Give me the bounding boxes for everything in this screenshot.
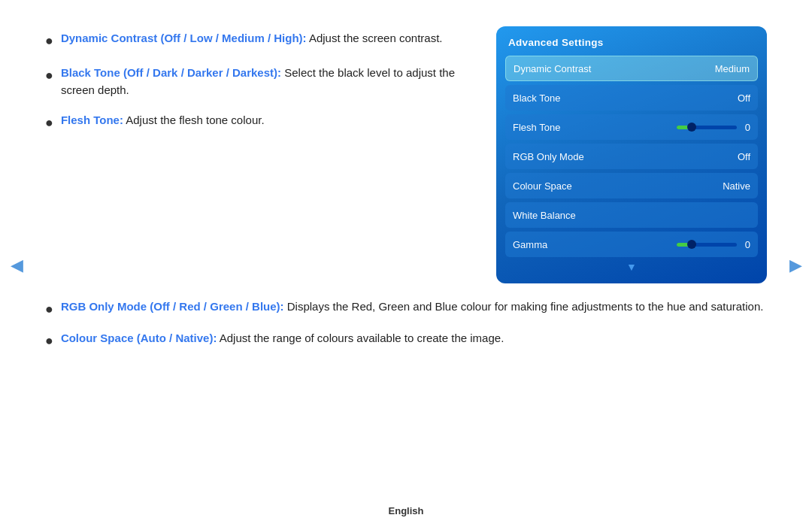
bullet-text: Dynamic Contrast (Off / Low / Medium / H… bbox=[61, 30, 481, 47]
highlight-text: Colour Space (Auto / Native): bbox=[61, 332, 217, 344]
list-item: ● RGB Only Mode (Off / Red / Green / Blu… bbox=[45, 298, 767, 320]
panel-row-label: Dynamic Contrast bbox=[514, 63, 591, 74]
panel-row-value: Medium bbox=[715, 63, 750, 74]
nav-arrow-right[interactable]: ▶ bbox=[785, 255, 806, 276]
body-text: Adjust the range of colours available to… bbox=[217, 332, 504, 344]
panel-row-gamma[interactable]: Gamma 0 bbox=[505, 232, 758, 257]
highlight-text: Dynamic Contrast (Off / Low / Medium / H… bbox=[61, 32, 307, 44]
panel-row-value: Off bbox=[738, 151, 750, 162]
panel-row-label: Gamma bbox=[513, 239, 547, 250]
body-text: Adjust the screen contrast. bbox=[307, 32, 443, 44]
slider-track bbox=[677, 126, 737, 129]
list-item: ● Colour Space (Auto / Native): Adjust t… bbox=[45, 330, 767, 351]
panel-row-white-balance[interactable]: White Balance bbox=[505, 202, 758, 228]
panel-row-flesh-tone[interactable]: Flesh Tone 0 bbox=[505, 114, 758, 140]
panel-row-value: Native bbox=[723, 180, 750, 192]
slider-thumb[interactable] bbox=[687, 123, 696, 132]
bullet-text: Flesh Tone: Adjust the flesh tone colour… bbox=[61, 112, 481, 129]
panel-row-black-tone[interactable]: Black Tone Off bbox=[505, 85, 758, 111]
bullet-text: RGB Only Mode (Off / Red / Green / Blue)… bbox=[61, 298, 767, 316]
highlight-text: RGB Only Mode (Off / Red / Green / Blue)… bbox=[61, 300, 284, 313]
bullet-text: Colour Space (Auto / Native): Adjust the… bbox=[61, 330, 767, 347]
panel-row-slider: 0 bbox=[677, 239, 750, 250]
bullet-dot: ● bbox=[45, 65, 53, 86]
panel-row-rgb-only-mode[interactable]: RGB Only Mode Off bbox=[505, 144, 758, 169]
footer-language: English bbox=[0, 505, 812, 516]
panel-row-label: White Balance bbox=[513, 210, 576, 221]
body-text: Adjust the flesh tone colour. bbox=[123, 114, 265, 126]
bullet-dot: ● bbox=[45, 113, 53, 133]
panel-row-label: Black Tone bbox=[513, 92, 560, 104]
panel-row-slider: 0 bbox=[677, 122, 750, 133]
slider-track bbox=[677, 243, 737, 247]
bullet-text: Black Tone (Off / Dark / Darker / Darkes… bbox=[61, 65, 481, 98]
panel-title: Advanced Settings bbox=[505, 37, 758, 48]
right-arrow-icon: ▶ bbox=[789, 256, 802, 275]
panel-down-arrow: ▼ bbox=[505, 261, 758, 273]
bottom-bullets: ● RGB Only Mode (Off / Red / Green / Blu… bbox=[45, 298, 767, 362]
panel-row-label: RGB Only Mode bbox=[513, 151, 584, 162]
slider-thumb[interactable] bbox=[687, 240, 696, 249]
body-text: Displays the Red, Green and Blue colour … bbox=[284, 300, 764, 313]
panel-row-label: Colour Space bbox=[513, 180, 572, 192]
main-content: ● Dynamic Contrast (Off / Low / Medium /… bbox=[45, 23, 767, 283]
highlight-text: Flesh Tone: bbox=[61, 114, 123, 126]
advanced-settings-panel: Advanced Settings Dynamic Contrast Mediu… bbox=[496, 26, 767, 283]
bullet-dot: ● bbox=[45, 331, 53, 351]
panel-row-colour-space[interactable]: Colour Space Native bbox=[505, 173, 758, 198]
list-item: ● Black Tone (Off / Dark / Darker / Dark… bbox=[45, 65, 481, 98]
panel-row-dynamic-contrast[interactable]: Dynamic Contrast Medium bbox=[505, 56, 758, 81]
bullet-dot: ● bbox=[45, 31, 53, 51]
slider-value: 0 bbox=[741, 122, 750, 133]
nav-arrow-left[interactable]: ◀ bbox=[6, 255, 27, 276]
slider-value: 0 bbox=[741, 239, 750, 250]
panel-row-value: Off bbox=[738, 92, 750, 104]
text-column: ● Dynamic Contrast (Off / Low / Medium /… bbox=[45, 23, 496, 283]
highlight-text: Black Tone (Off / Dark / Darker / Darkes… bbox=[61, 66, 281, 79]
page-container: ◀ ▶ ● Dynamic Contrast (Off / Low / Medi… bbox=[0, 0, 812, 530]
left-arrow-icon: ◀ bbox=[11, 256, 23, 275]
list-item: ● Flesh Tone: Adjust the flesh tone colo… bbox=[45, 112, 481, 133]
bullet-dot: ● bbox=[45, 299, 53, 320]
panel-row-label: Flesh Tone bbox=[513, 122, 560, 133]
list-item: ● Dynamic Contrast (Off / Low / Medium /… bbox=[45, 30, 481, 51]
